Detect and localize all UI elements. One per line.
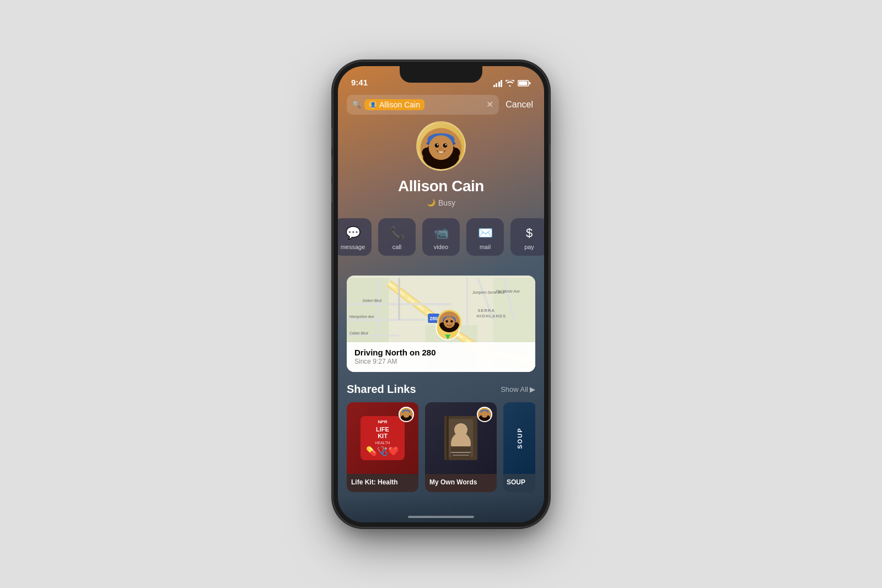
phone-device: 9:41 bbox=[334, 62, 548, 527]
svg-text:HIGHLANDS: HIGHLANDS bbox=[477, 313, 507, 318]
svg-text:SERRA: SERRA bbox=[478, 308, 495, 313]
shared-links-header: Shared Links Show All ▶ bbox=[347, 383, 535, 396]
svg-point-17 bbox=[445, 144, 447, 145]
battery-icon bbox=[518, 80, 531, 87]
call-button[interactable]: 📞 call bbox=[378, 218, 416, 256]
wifi-icon bbox=[505, 80, 514, 87]
screen-fade bbox=[338, 495, 544, 522]
map-section[interactable]: 280 Gellert Blvd Hampshire Ave Cal bbox=[347, 276, 535, 372]
phone-frame: 9:41 bbox=[334, 62, 548, 527]
svg-text:Gellert Blvd: Gellert Blvd bbox=[363, 299, 382, 303]
contact-section: Allison Cain 🌙 Busy 💬 message 📞 call bbox=[338, 121, 544, 256]
call-label: call bbox=[392, 244, 402, 250]
svg-point-50 bbox=[450, 320, 453, 322]
show-all-button[interactable]: Show All ▶ bbox=[501, 385, 535, 393]
signal-icon bbox=[493, 80, 503, 87]
contact-chip-icon: 👤 bbox=[369, 101, 377, 109]
svg-rect-58 bbox=[447, 416, 449, 460]
contact-avatar bbox=[416, 121, 466, 171]
message-icon: 💬 bbox=[346, 226, 361, 240]
life-kit-artwork: NPR LIFE KIT HEALTH 💊🩺❤️ bbox=[361, 416, 405, 460]
svg-point-18 bbox=[439, 147, 443, 150]
video-label: video bbox=[434, 244, 448, 250]
link-card-life-kit[interactable]: NPR LIFE KIT HEALTH 💊🩺❤️ bbox=[347, 402, 418, 493]
phone-notch bbox=[400, 66, 482, 83]
svg-rect-2 bbox=[529, 82, 531, 84]
pay-label: pay bbox=[524, 244, 534, 250]
search-chip-label: Allison Cain bbox=[379, 100, 420, 109]
svg-point-49 bbox=[446, 320, 448, 322]
action-buttons: 💬 message 📞 call 📹 video ✉️ mail bbox=[338, 218, 544, 256]
mail-label: mail bbox=[480, 244, 491, 250]
svg-rect-64 bbox=[453, 455, 469, 456]
mail-button[interactable]: ✉️ mail bbox=[466, 218, 504, 256]
map-location-since: Since 9:27 AM bbox=[354, 358, 528, 365]
search-chip: 👤 Allison Cain bbox=[364, 99, 424, 110]
link-card-soup[interactable]: SOUP SOUP bbox=[503, 402, 535, 493]
search-clear-icon[interactable]: ✕ bbox=[486, 99, 493, 110]
soup-background: SOUP bbox=[503, 402, 535, 474]
svg-point-14 bbox=[435, 143, 439, 147]
search-icon: 🔍 bbox=[352, 100, 361, 109]
message-label: message bbox=[341, 244, 365, 250]
show-all-label: Show All bbox=[501, 385, 528, 393]
svg-text:280: 280 bbox=[430, 316, 438, 321]
contact-status: 🌙 Busy bbox=[427, 198, 455, 207]
contact-status-label: Busy bbox=[438, 198, 455, 207]
svg-rect-62 bbox=[451, 446, 471, 460]
life-kit-sender-avatar bbox=[399, 407, 414, 422]
svg-text:Callan Blvd: Callan Blvd bbox=[349, 331, 368, 335]
life-kit-label: Life Kit: Health bbox=[347, 474, 418, 493]
map-location-title: Driving North on 280 bbox=[354, 348, 528, 357]
map-info-overlay: Driving North on 280 Since 9:27 AM bbox=[347, 342, 535, 372]
pay-button[interactable]: $ pay bbox=[510, 218, 544, 256]
mail-icon: ✉️ bbox=[478, 226, 493, 240]
call-icon: 📞 bbox=[390, 226, 405, 240]
moon-icon: 🌙 bbox=[427, 198, 435, 207]
phone-screen: 9:41 bbox=[338, 66, 544, 522]
message-button[interactable]: 💬 message bbox=[338, 218, 372, 256]
life-kit-ndr-label: NPR bbox=[378, 419, 388, 425]
map-contact-avatar bbox=[437, 310, 461, 334]
svg-rect-63 bbox=[451, 452, 471, 453]
search-bar: 🔍 👤 Allison Cain ✕ Cancel bbox=[347, 95, 535, 115]
life-kit-sub-label: HEALTH bbox=[375, 441, 390, 445]
status-time: 9:41 bbox=[351, 78, 368, 87]
svg-point-16 bbox=[437, 144, 439, 145]
link-card-image-my-words bbox=[425, 402, 497, 474]
pay-icon: $ bbox=[526, 226, 533, 240]
svg-text:Del Monte Ave: Del Monte Ave bbox=[496, 289, 520, 293]
svg-point-48 bbox=[444, 316, 455, 328]
svg-rect-1 bbox=[519, 82, 528, 85]
video-button[interactable]: 📹 video bbox=[422, 218, 460, 256]
link-card-image-life-kit: NPR LIFE KIT HEALTH 💊🩺❤️ bbox=[347, 402, 418, 474]
svg-point-15 bbox=[443, 143, 447, 147]
svg-point-70 bbox=[481, 411, 488, 418]
soup-text: SOUP bbox=[517, 427, 523, 449]
contact-name: Allison Cain bbox=[398, 177, 484, 195]
link-card-my-own-words[interactable]: My Own Words bbox=[425, 402, 497, 493]
svg-point-56 bbox=[403, 411, 410, 418]
svg-text:Hampshire Ave: Hampshire Ave bbox=[349, 314, 374, 319]
search-cancel-button[interactable]: Cancel bbox=[503, 100, 535, 110]
search-field[interactable]: 🔍 👤 Allison Cain ✕ bbox=[347, 95, 499, 115]
book-artwork bbox=[444, 416, 477, 460]
shared-links-row: NPR LIFE KIT HEALTH 💊🩺❤️ bbox=[347, 402, 535, 493]
status-icons bbox=[493, 80, 531, 87]
my-words-sender-avatar bbox=[477, 407, 492, 422]
shared-links-title: Shared Links bbox=[347, 383, 416, 396]
video-icon: 📹 bbox=[434, 226, 449, 240]
my-words-label: My Own Words bbox=[425, 474, 497, 493]
show-all-chevron-icon: ▶ bbox=[530, 385, 535, 393]
soup-label: SOUP bbox=[503, 474, 535, 490]
shared-links-section: Shared Links Show All ▶ NPR LIFE bbox=[338, 383, 544, 493]
home-indicator bbox=[408, 516, 474, 518]
